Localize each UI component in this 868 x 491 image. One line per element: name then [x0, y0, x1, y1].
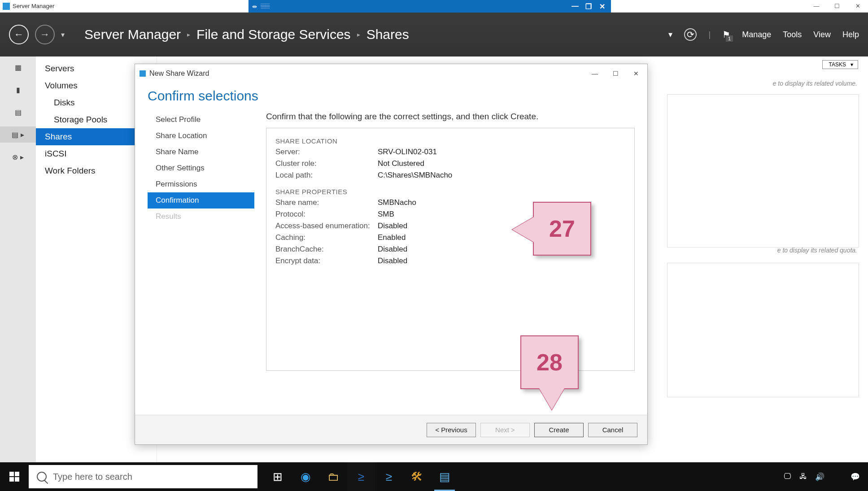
callout-28-text: 28 — [537, 349, 563, 376]
wizard-steps: Select Profile Share Location Share Name… — [148, 112, 254, 381]
value-local-path: C:\Shares\SMBNacho — [378, 171, 452, 180]
wizard-step-other-settings[interactable]: Other Settings — [148, 160, 254, 176]
row-encrypt: Encrypt data: Disabled — [275, 256, 625, 265]
label-branchcache: BranchCache: — [275, 245, 378, 254]
wizard-titlebar[interactable]: New Share Wizard — ☐ ✕ — [135, 64, 647, 83]
wizard-title: New Share Wizard — [149, 70, 209, 78]
nav-forward-button[interactable]: → — [35, 25, 55, 44]
next-button: Next > — [480, 423, 530, 437]
powershell-icon[interactable]: ≥ — [347, 462, 375, 491]
cancel-button[interactable]: Cancel — [588, 423, 637, 437]
taskbar-apps: ⊞ ◉ 🗀 ≥ ≥ 🛠 ▤ — [264, 462, 458, 491]
breadcrumb-service[interactable]: File and Storage Services — [196, 27, 351, 42]
label-abe: Access-based enumeration: — [275, 222, 378, 230]
row-cluster-role: Cluster role: Not Clustered — [275, 159, 625, 168]
value-share-name: SMBNacho — [378, 198, 416, 207]
notifications-flag-icon[interactable]: ⚑1 — [722, 29, 730, 40]
tray-volume-icon[interactable]: 🔊 — [815, 472, 824, 482]
mdi-restore-button[interactable]: ❐ — [583, 2, 594, 11]
taskbar: Type here to search ⊞ ◉ 🗀 ≥ ≥ 🛠 ▤ 🖵 🖧 🔊 … — [0, 462, 868, 491]
task-view-icon[interactable]: ⊞ — [264, 462, 292, 491]
value-caching: Enabled — [378, 233, 406, 242]
wizard-step-select-profile[interactable]: Select Profile — [148, 112, 254, 128]
header-dropdown-icon[interactable]: ▾ — [668, 30, 672, 39]
outer-maximize-button[interactable]: ☐ — [827, 0, 847, 13]
settings-tool-icon[interactable]: 🛠 — [403, 462, 431, 491]
system-tray: 🖵 🖧 🔊 💬 — [784, 472, 868, 482]
windows-logo-icon — [9, 472, 19, 482]
taskbar-search[interactable]: Type here to search — [29, 465, 257, 488]
signal-icon: 𝄚𝄚 — [261, 3, 270, 10]
wizard-description: Confirm that the following are the corre… — [266, 112, 635, 122]
search-placeholder: Type here to search — [53, 472, 132, 482]
quota-panel-frame — [667, 263, 859, 397]
tray-notifications-icon[interactable]: 💬 — [851, 472, 860, 482]
edge-icon[interactable]: ◉ — [292, 462, 319, 491]
menu-view[interactable]: View — [813, 30, 831, 39]
wizard-minimize-button[interactable]: — — [584, 67, 605, 80]
mdi-minimize-button[interactable]: — — [570, 2, 580, 11]
menu-manage[interactable]: Manage — [742, 30, 771, 39]
breadcrumb: Server Manager ▸ File and Storage Servic… — [84, 27, 409, 42]
wizard-heading: Confirm selections — [135, 83, 647, 112]
chevron-right-icon: ▸ — [357, 31, 360, 38]
arrow-left-icon — [512, 217, 534, 242]
wizard-step-share-location[interactable]: Share Location — [148, 128, 254, 144]
callout-28: 28 — [520, 335, 579, 389]
chevron-right-icon: ▸ — [187, 31, 190, 38]
wizard-close-button[interactable]: ✕ — [626, 67, 646, 80]
wizard-step-permissions[interactable]: Permissions — [148, 176, 254, 192]
rail-dashboard-icon[interactable]: ▦ — [0, 59, 36, 75]
tray-display-icon[interactable]: 🖵 — [784, 472, 791, 481]
tray-network-icon[interactable]: 🖧 — [799, 472, 807, 481]
mdi-title-bar: ⇹ 𝄚𝄚 — ❐ ✕ — [249, 0, 611, 13]
wizard-maximize-button[interactable]: ☐ — [605, 67, 626, 80]
menu-tools[interactable]: Tools — [783, 30, 802, 39]
rail-all-servers-icon[interactable]: ▤ — [0, 104, 36, 120]
row-local-path: Local path: C:\Shares\SMBNacho — [275, 171, 625, 180]
volume-panel-frame — [667, 94, 859, 248]
nav-back-button[interactable]: ← — [9, 25, 29, 44]
server-manager-icon — [3, 3, 10, 10]
server-manager-taskbar-icon[interactable]: ▤ — [431, 462, 458, 491]
file-explorer-icon[interactable]: 🗀 — [319, 462, 347, 491]
breadcrumb-page[interactable]: Shares — [366, 27, 409, 42]
rail-file-services-icon[interactable]: ▤ ▸ — [0, 126, 36, 143]
pin-icon: ⇹ — [252, 3, 257, 10]
separator: | — [708, 30, 711, 39]
label-local-path: Local path: — [275, 171, 378, 180]
tasks-dropdown[interactable]: TASKS ▾ — [822, 60, 858, 69]
wizard-step-confirmation[interactable]: Confirmation — [148, 192, 254, 209]
label-cluster-role: Cluster role: — [275, 159, 378, 168]
chevron-down-icon: ▾ — [851, 61, 853, 68]
server-manager-header: ← → ▾ Server Manager ▸ File and Storage … — [0, 13, 868, 56]
wizard-icon — [140, 70, 146, 77]
label-server: Server: — [275, 148, 378, 156]
refresh-icon[interactable]: ⟳ — [684, 28, 697, 41]
outer-minimize-button[interactable]: — — [806, 0, 827, 13]
mdi-close-button[interactable]: ✕ — [597, 2, 607, 11]
wizard-footer: < Previous Next > Create Cancel — [135, 415, 647, 444]
menu-help[interactable]: Help — [842, 30, 859, 39]
wizard-step-share-name[interactable]: Share Name — [148, 144, 254, 160]
wizard-step-results: Results — [148, 209, 254, 225]
value-server: SRV-OLIN02-031 — [378, 148, 437, 156]
nav-dropdown-icon[interactable]: ▾ — [61, 30, 65, 39]
breadcrumb-root[interactable]: Server Manager — [84, 27, 181, 42]
outer-close-button[interactable]: ✕ — [847, 0, 868, 13]
label-encrypt: Encrypt data: — [275, 256, 378, 265]
value-protocol: SMB — [378, 210, 394, 219]
callout-27-text: 27 — [549, 215, 575, 242]
previous-button[interactable]: < Previous — [427, 423, 476, 437]
section-share-properties: SHARE PROPERTIES — [275, 188, 625, 196]
tasks-label: TASKS — [829, 61, 846, 68]
rail-generic-icon[interactable]: ⊗ ▸ — [0, 149, 36, 165]
search-icon — [37, 472, 47, 482]
rail-local-server-icon[interactable]: ▮ — [0, 82, 36, 98]
label-share-name: Share name: — [275, 198, 378, 207]
start-button[interactable] — [0, 462, 29, 491]
outer-window-title: Server Manager — [13, 3, 54, 9]
powershell-ise-icon[interactable]: ≥ — [375, 462, 403, 491]
label-caching: Caching: — [275, 233, 378, 242]
create-button[interactable]: Create — [534, 423, 584, 437]
